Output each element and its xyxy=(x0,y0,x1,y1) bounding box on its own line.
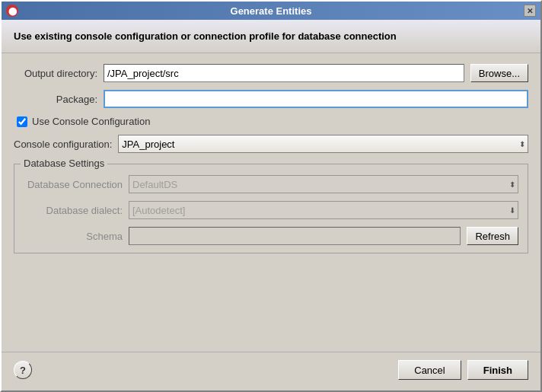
browse-button[interactable]: Browse... xyxy=(470,64,528,82)
schema-input[interactable] xyxy=(129,227,461,245)
schema-row: Schema Refresh xyxy=(24,227,518,245)
footer-left: ? xyxy=(14,361,32,379)
db-connection-select[interactable]: DefaultDS xyxy=(129,175,518,193)
console-config-label: Console configuration: xyxy=(14,139,112,150)
finish-button[interactable]: Finish xyxy=(467,360,528,380)
dialog-header: Use existing console configuration or co… xyxy=(2,20,540,53)
cancel-button[interactable]: Cancel xyxy=(398,360,461,380)
schema-label: Schema xyxy=(24,231,123,242)
db-dialect-row: Database dialect: [Autodetect] ⬇ xyxy=(24,201,518,219)
use-console-label[interactable]: Use Console Configuration xyxy=(32,116,150,127)
use-console-checkbox[interactable] xyxy=(17,116,27,127)
output-directory-input[interactable] xyxy=(104,64,464,82)
package-row: Package: xyxy=(14,90,528,108)
database-settings-group: Database Settings Database Connection De… xyxy=(14,164,528,253)
footer-right: Cancel Finish xyxy=(398,360,528,380)
console-config-row: Console configuration: JPA_project ⬍ xyxy=(14,135,528,153)
db-connection-row: Database Connection DefaultDS ⬍ xyxy=(24,175,518,193)
package-input[interactable] xyxy=(104,90,528,108)
output-directory-row: Output directory: Browse... xyxy=(14,64,528,82)
close-button[interactable]: ✕ xyxy=(524,5,536,17)
database-settings-legend: Database Settings xyxy=(21,158,107,169)
use-console-row: Use Console Configuration xyxy=(14,116,528,127)
title-bar-left: ⬤ xyxy=(6,5,18,17)
generate-entities-dialog: ⬤ Generate Entities ✕ Use existing conso… xyxy=(0,0,542,392)
dialog-footer: ? Cancel Finish xyxy=(2,352,540,390)
db-dialect-wrapper: [Autodetect] ⬇ xyxy=(129,201,518,219)
dialog-title: Generate Entities xyxy=(18,5,524,17)
output-directory-label: Output directory: xyxy=(14,68,97,79)
group-content: Database Connection DefaultDS ⬍ Database… xyxy=(24,172,518,245)
help-button[interactable]: ? xyxy=(14,361,32,379)
app-icon: ⬤ xyxy=(6,5,18,17)
dialog-content: Output directory: Browse... Package: Use… xyxy=(2,53,540,352)
db-dialect-select[interactable]: [Autodetect] xyxy=(129,201,518,219)
package-label: Package: xyxy=(14,94,97,105)
console-config-select[interactable]: JPA_project xyxy=(118,135,528,153)
db-dialect-label: Database dialect: xyxy=(24,205,123,216)
db-connection-wrapper: DefaultDS ⬍ xyxy=(129,175,518,193)
title-bar: ⬤ Generate Entities ✕ xyxy=(2,2,540,20)
refresh-button[interactable]: Refresh xyxy=(467,227,518,245)
console-config-wrapper: JPA_project ⬍ xyxy=(118,135,528,153)
header-text: Use existing console configuration or co… xyxy=(14,30,397,42)
db-connection-label: Database Connection xyxy=(24,179,123,190)
